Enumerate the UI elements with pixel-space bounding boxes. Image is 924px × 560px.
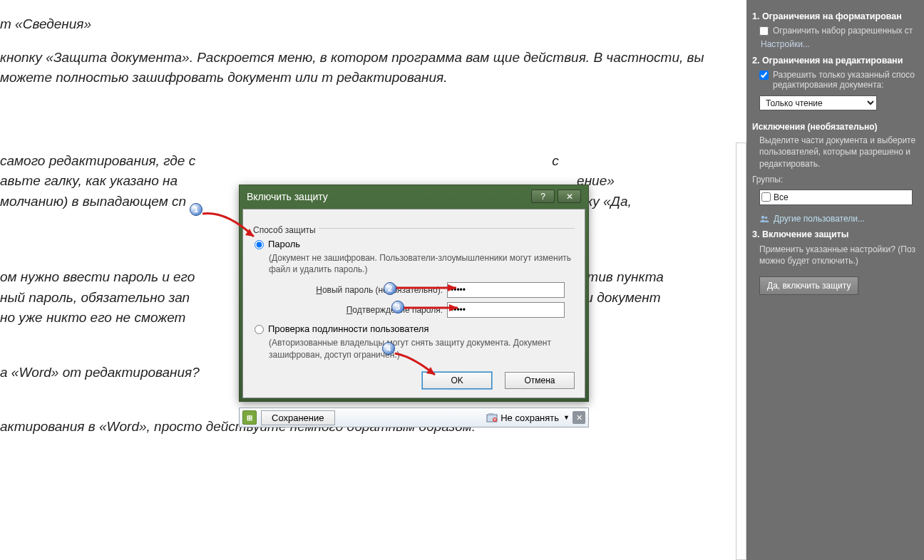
chevron-down-icon[interactable]: ▼ bbox=[563, 414, 570, 421]
savebar-close-button[interactable]: ✕ bbox=[573, 411, 585, 424]
enable-protection-button[interactable]: Да, включить защиту bbox=[759, 276, 858, 295]
auth-hint: (Авторизованные владельцы могут снять за… bbox=[269, 337, 573, 360]
enable-protection-dialog: Включить защиту ? ✕ Способ защиты Пароль… bbox=[239, 185, 589, 402]
settings-link[interactable]: Настройки... bbox=[761, 39, 810, 49]
enable-protection-desc: Применить указанные настройки? (Поз можн… bbox=[759, 244, 918, 266]
dialog-titlebar[interactable]: Включить защиту ? ✕ bbox=[240, 185, 588, 206]
restrict-formatting-label: Ограничить набор разрешенных ст bbox=[773, 26, 913, 36]
panel-section-3-title: 3. Включение защиты bbox=[752, 229, 918, 239]
radio-auth[interactable] bbox=[255, 325, 264, 334]
save-bar: ⊞ Сохранение Не сохранять ▼ ✕ bbox=[239, 408, 589, 427]
more-users-label: Другие пользователи... bbox=[774, 214, 865, 224]
callout-4: 4 bbox=[382, 342, 395, 355]
svg-point-6 bbox=[761, 216, 764, 219]
groups-list[interactable]: Все bbox=[759, 190, 913, 205]
panel-section-2-title: 2. Ограничения на редактировани bbox=[752, 56, 918, 66]
radio-password-row[interactable]: Пароль bbox=[255, 239, 573, 249]
restrict-formatting-row[interactable]: Ограничить набор разрешенных ст bbox=[759, 26, 918, 36]
vertical-ruler bbox=[736, 142, 746, 560]
radio-auth-row[interactable]: Проверка подлинности пользователя bbox=[255, 323, 573, 334]
exceptions-desc: Выделите части документа и выберите поль… bbox=[759, 135, 918, 170]
exceptions-heading: Исключения (необязательно) bbox=[752, 122, 918, 132]
panel-section-1-title: 1. Ограничения на форматирован bbox=[752, 11, 918, 21]
close-button[interactable]: ✕ bbox=[558, 190, 581, 203]
radio-auth-label: Проверка подлинности пользователя bbox=[268, 323, 429, 334]
password-hint: (Документ не зашифрован. Пользователи-зл… bbox=[269, 252, 573, 275]
editing-mode-select[interactable]: Только чтение bbox=[759, 95, 877, 110]
group-all-label: Все bbox=[774, 192, 910, 202]
confirm-password-label: Подтверждение пароля: bbox=[255, 305, 447, 315]
fieldset-legend: Способ защиты bbox=[250, 224, 319, 237]
new-password-label: Новый пароль (необязательно): bbox=[255, 285, 447, 295]
groups-label: Группы: bbox=[752, 174, 918, 185]
restrict-editing-label: Разрешить только указанный спосо редакти… bbox=[773, 70, 918, 90]
paragraph: т «Сведения» bbox=[0, 14, 729, 35]
new-password-input[interactable] bbox=[447, 282, 565, 298]
restrict-editing-checkbox[interactable] bbox=[759, 71, 769, 80]
group-all-checkbox[interactable] bbox=[761, 192, 771, 202]
dont-save-label[interactable]: Не сохранять bbox=[500, 413, 559, 423]
radio-password-label: Пароль bbox=[268, 239, 300, 249]
confirm-password-input[interactable] bbox=[447, 302, 565, 318]
dialog-title: Включить защиту bbox=[247, 191, 528, 202]
save-button[interactable]: Сохранение bbox=[261, 410, 335, 425]
restrict-editing-panel: 1. Ограничения на форматирован Ограничит… bbox=[746, 0, 924, 560]
restrict-editing-row[interactable]: Разрешить только указанный спосо редакти… bbox=[759, 70, 918, 90]
dont-save-icon bbox=[486, 412, 498, 423]
callout-2: 2 bbox=[384, 282, 396, 295]
help-button[interactable]: ? bbox=[531, 190, 555, 203]
callout-3: 3 bbox=[391, 301, 404, 313]
users-icon bbox=[759, 214, 769, 223]
save-icon: ⊞ bbox=[242, 410, 257, 425]
more-users-link[interactable]: Другие пользователи... bbox=[759, 214, 920, 224]
ok-button[interactable]: OK bbox=[422, 372, 492, 389]
paragraph: кнопку «Защита документа». Раскроется ме… bbox=[0, 48, 729, 88]
cancel-button[interactable]: Отмена bbox=[505, 372, 575, 389]
restrict-formatting-checkbox[interactable] bbox=[759, 26, 769, 36]
svg-point-7 bbox=[765, 217, 768, 219]
callout-1: 1 bbox=[190, 203, 202, 216]
radio-password[interactable] bbox=[255, 240, 264, 249]
